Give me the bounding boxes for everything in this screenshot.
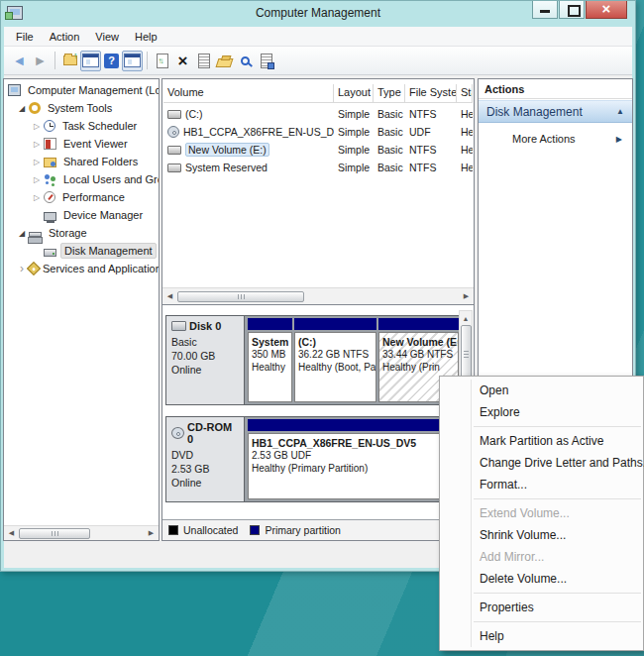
menu-item-properties[interactable]: Properties (440, 597, 643, 618)
menu-item-format[interactable]: Format... (440, 474, 643, 495)
volume-icon (167, 164, 181, 172)
scrollbar-thumb[interactable] (461, 325, 472, 383)
actions-pane-title: Actions (479, 79, 632, 99)
primary-partition-swatch (250, 525, 260, 535)
device-manager-icon (44, 212, 56, 221)
menu-item-help[interactable]: Help (440, 625, 643, 647)
tree-item-system-tools[interactable]: System Tools (4, 99, 159, 117)
primary-partition-band (248, 318, 292, 330)
toolbar-separator (147, 52, 148, 69)
volume-row-e[interactable]: New Volume (E:) Simple Basic NTFS He (163, 141, 473, 159)
menu-item-change-drive-letter[interactable]: Change Drive Letter and Paths... (440, 452, 643, 474)
menu-item-open[interactable]: Open (440, 380, 643, 401)
computer-icon (8, 84, 21, 96)
toolbar-separator (54, 52, 55, 69)
expander-icon[interactable] (16, 104, 28, 113)
open-folder-icon[interactable] (214, 51, 235, 71)
title-bar[interactable]: Computer Management (1, 1, 635, 27)
volume-row-d[interactable]: HB1_CCPA_X86FRE_EN-US_DV5 (D:) Simple Ba… (163, 123, 473, 141)
menu-item-delete-volume[interactable]: Delete Volume... (440, 568, 643, 590)
cd-rom-0-partitions: HB1_CCPA_X86FRE_EN-US_DV5 2.53 GB UDF He… (246, 417, 455, 501)
expander-icon[interactable] (31, 175, 43, 184)
cd-volume-icon (167, 126, 179, 138)
expander-icon[interactable] (31, 193, 43, 202)
performance-icon (44, 191, 55, 203)
delete-icon[interactable]: × (172, 51, 193, 71)
console-tree-pane: Computer Management (Local System Tools … (3, 78, 160, 541)
submenu-arrow-icon: ▶ (616, 135, 622, 144)
scrollbar-thumb[interactable] (177, 291, 304, 302)
scrollbar-thumb[interactable] (19, 528, 90, 539)
column-header-status[interactable]: Sta (457, 84, 473, 103)
tree-item-performance[interactable]: Performance (4, 188, 159, 206)
volume-list-horizontal-scrollbar[interactable]: ◀ ▶ (162, 287, 474, 304)
back-icon[interactable]: ◄ (9, 51, 30, 71)
menu-action[interactable]: Action (42, 29, 88, 45)
local-users-and-groups-icon (44, 173, 56, 185)
menu-view[interactable]: View (87, 29, 127, 45)
show-console-tree-icon[interactable] (80, 51, 101, 71)
column-header-file-system[interactable]: File System (405, 84, 457, 103)
scroll-right-icon[interactable]: ▶ (459, 289, 474, 303)
disk-management-icon (44, 249, 56, 257)
properties-icon[interactable] (193, 51, 214, 71)
task-scheduler-icon (44, 120, 55, 132)
tree-horizontal-scrollbar[interactable]: ◀ ▶ (4, 525, 159, 540)
collapse-icon[interactable]: ▲ (616, 107, 624, 116)
up-folder-icon[interactable] (59, 51, 80, 71)
tree-item-device-manager[interactable]: Device Manager (4, 206, 159, 224)
console-tree: Computer Management (Local System Tools … (4, 81, 159, 524)
disk-0-label[interactable]: Disk 0 Basic 70.00 GB Online (166, 316, 245, 404)
cd-rom-0-label[interactable]: CD-ROM 0 DVD 2.53 GB Online (166, 417, 245, 501)
menu-file[interactable]: File (8, 29, 42, 45)
pane-divider (162, 304, 474, 305)
expander-icon[interactable] (31, 122, 43, 131)
scroll-up-icon[interactable]: ▲ (459, 311, 474, 325)
menu-item-mark-partition-active[interactable]: Mark Partition as Active (440, 430, 643, 452)
scroll-left-icon[interactable]: ◀ (4, 526, 19, 540)
scroll-left-icon[interactable]: ◀ (162, 289, 177, 303)
tree-item-computer-management[interactable]: Computer Management (Local (4, 81, 159, 99)
unallocated-swatch (168, 525, 178, 535)
refresh-icon[interactable]: ↑↓ (152, 51, 172, 71)
tree-item-local-users-and-groups[interactable]: Local Users and Groups (4, 170, 159, 188)
tree-item-event-viewer[interactable]: Event Viewer (4, 135, 159, 153)
services-and-applications-icon (27, 262, 41, 275)
forward-icon[interactable]: ► (30, 51, 51, 71)
more-actions-item[interactable]: More Actions ▶ (479, 129, 632, 149)
column-header-layout[interactable]: Layout (334, 84, 374, 103)
tree-item-services-and-applications[interactable]: Services and Applications (4, 260, 159, 277)
tree-item-task-scheduler[interactable]: Task Scheduler (4, 117, 159, 135)
menu-item-shrink-volume[interactable]: Shrink Volume... (440, 524, 643, 546)
minimize-button[interactable] (532, 1, 558, 19)
column-header-volume[interactable]: Volume (163, 84, 334, 103)
close-button[interactable] (586, 1, 627, 19)
help-icon[interactable] (101, 51, 122, 71)
tree-item-storage[interactable]: Storage (4, 224, 159, 242)
partition-system[interactable]: System 350 MB Healthy (248, 318, 292, 402)
volume-row-system-reserved[interactable]: System Reserved Simple Basic NTFS He (163, 159, 473, 176)
tree-item-shared-folders[interactable]: Shared Folders (4, 153, 159, 170)
menu-separator (474, 498, 641, 499)
partition-dvd[interactable]: HB1_CCPA_X86FRE_EN-US_DV5 2.53 GB UDF He… (248, 419, 452, 499)
tree-item-disk-management[interactable]: Disk Management (4, 242, 159, 260)
partition-c[interactable]: (C:) 36.22 GB NTFS Healthy (Boot, Pa (294, 318, 376, 402)
column-header-type[interactable]: Type (374, 84, 405, 103)
menu-item-explore[interactable]: Explore (440, 401, 643, 423)
actions-group-disk-management[interactable]: Disk Management ▲ (479, 100, 632, 123)
expander-icon[interactable] (31, 158, 43, 166)
window-controls (531, 1, 627, 19)
shared-folders-icon (44, 158, 56, 167)
menu-help[interactable]: Help (127, 29, 165, 45)
scroll-right-icon[interactable]: ▶ (144, 526, 159, 540)
menu-bar: File Action View Help (4, 27, 632, 47)
expander-icon[interactable] (31, 140, 43, 149)
show-action-pane-icon[interactable] (122, 51, 143, 71)
maximize-button[interactable] (559, 1, 585, 19)
expander-icon[interactable] (16, 229, 28, 238)
volume-row-c[interactable]: (C:) Simple Basic NTFS He (163, 105, 473, 123)
export-list-icon[interactable] (256, 51, 276, 71)
toolbar: ◄ ► ↑↓ × (4, 47, 632, 75)
search-icon[interactable] (235, 51, 256, 71)
cd-rom-icon (171, 427, 184, 439)
